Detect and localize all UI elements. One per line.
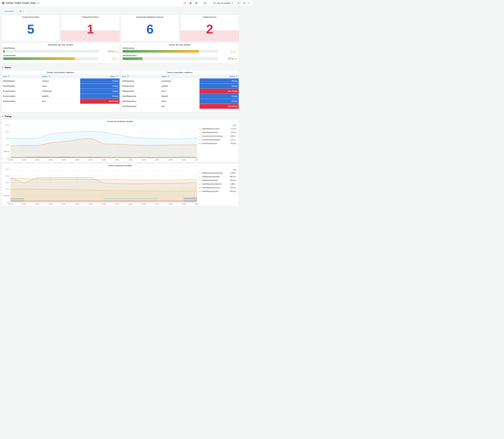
cell-kind: HelmRepository [121,99,160,104]
filter-icon[interactable] [236,75,237,77]
time-series-plot[interactable]: 15:5315:5415:5515:5615:5715:5815:5916:00… [2,168,198,206]
gauge-value: 879 ms [220,57,237,60]
column-header-name[interactable]: Name [160,74,199,78]
time-series-plot[interactable]: 15:5315:5415:5515:5615:5715:5815:5916:00… [2,124,198,161]
svg-text:15:56: 15:56 [48,159,53,161]
row-toggle-timing[interactable]: Timing [2,115,239,118]
legend-series-toggle[interactable]: HelmRelease/minio [199,131,218,134]
svg-text:2.5 s: 2.5 s [6,124,9,126]
cycle-view-button[interactable] [203,1,208,5]
filter-icon[interactable] [168,75,169,77]
add-panel-button[interactable] [182,1,187,5]
legend-row: HelmRelease/minio16 ms [199,131,236,134]
series-color-dash [199,136,201,136]
status-badge: Ready [80,94,120,99]
column-header-kind[interactable]: Kind [121,74,160,78]
legend-series-toggle[interactable]: HelmRepository/minio [199,186,220,190]
panel-kubernetes-manifests-sources: Kubernetes Manifests Sources 6 [121,15,179,41]
legend-series-toggle[interactable]: GitRepository/test2 [199,179,218,182]
filter-icon[interactable] [127,75,129,77]
svg-text:16:03: 16:03 [142,203,146,205]
row-toggle-status[interactable]: Status [2,66,239,69]
panel-title[interactable]: Failing Reconcilers [61,15,120,19]
legend-row: GitRepository/test2338 ms [199,179,236,182]
svg-text:15:59: 15:59 [88,203,93,205]
dashboard-settings-button[interactable]: ⚙ [194,1,199,5]
gauge-track [3,50,99,53]
svg-text:15:57: 15:57 [62,159,66,161]
legend-series-toggle[interactable]: Kustomization/podinfo [199,138,220,142]
dashboard-grid-icon[interactable] [2,2,4,4]
share-icon[interactable] [37,2,39,4]
cell-name: minio [41,84,80,89]
stat-value: 1 [87,23,94,36]
chart-legend: avgHelmRelease/contour71 msHelmRelease/m… [198,124,238,161]
column-header-status[interactable]: Status [80,74,120,78]
status-badge: Ready [80,84,120,89]
legend-avg-header[interactable]: avg [199,168,236,171]
legend-series-toggle[interactable]: GitRepository/monitoring [199,171,222,175]
panel-title[interactable]: Source acquisition duration [2,163,239,168]
cell-name: contour [41,78,80,84]
legend-series-toggle[interactable]: GitRepository/podinfo [199,175,220,179]
column-header-name[interactable]: Name [41,74,80,78]
filter-icon[interactable] [117,75,118,77]
legend-row: Kustomization/test84 ms [199,142,236,145]
save-dashboard-button[interactable] [188,1,193,5]
legend-series-toggle[interactable]: HelmRepository/bitnami [199,182,221,186]
panel-title[interactable]: Failing Sources [181,15,239,19]
cell-status: Ready [199,94,239,99]
legend-avg-value: 289 ms [230,190,236,193]
panel-title[interactable]: Source acquisition readiness [121,70,239,74]
legend-row: HelmRepository/test289 ms [199,190,236,193]
panel-source-acquisition-duration: Source acquisition duration 15:5315:5415… [1,163,239,206]
svg-text:16:02: 16:02 [128,203,133,205]
legend-series-toggle[interactable]: HelmRepository/test [199,190,219,193]
variable-namespace-select[interactable]: All [18,9,26,13]
legend-avg-header[interactable]: avg [199,124,236,127]
table-row: HelmRepositorybitnamiReady [121,94,239,99]
legend-avg-value: 71 ms [231,127,236,131]
panel-title[interactable]: Reconciler ops avg. duration [2,43,120,47]
legend-avg-value: 1.695 s [230,182,236,186]
filter-icon[interactable] [8,75,10,77]
panel-title[interactable]: Source ops avg. duration [121,43,239,47]
refresh-button[interactable] [242,1,247,5]
stat-value: 5 [27,23,35,36]
gauge-track [123,50,218,53]
time-range-picker[interactable]: Last 15 minutes [212,1,235,5]
cell-kind: HelmRepository [121,104,160,109]
svg-text:16:06: 16:06 [182,159,186,161]
table-row: KustomizationpodinfoReady [2,94,120,99]
filter-icon[interactable] [48,75,50,77]
cell-name: test [41,99,80,104]
panel-title[interactable]: Kubernetes Manifests Sources [121,15,179,19]
legend-avg-value: 1.071 s [230,138,236,142]
legend-avg-value: 108 ms [230,186,236,190]
cell-kind: GitRepository [121,78,160,84]
legend-series-toggle[interactable]: Kustomization/test [199,142,217,145]
panel-reconciler-ops-duration: Reconciler ops avg. duration HelmRelease… [1,43,120,63]
column-header-status[interactable]: Status [199,74,239,78]
legend-series-toggle[interactable]: HelmRelease/contour [199,127,220,131]
cell-status: Not Ready [199,104,239,109]
legend-series-toggle[interactable]: Kustomization/monitoring [199,134,223,138]
table-row: HelmReleasecontourReady [2,78,120,84]
cell-status: Not Ready [199,89,239,94]
cell-kind: HelmRelease [2,78,41,84]
chevron-down-icon [23,11,25,12]
column-header-kind[interactable]: Kind [2,74,41,78]
svg-text:16:02: 16:02 [128,159,133,161]
zoom-out-button[interactable] [236,1,241,5]
series-color-dash [199,140,201,140]
clock-icon [213,2,216,4]
legend-avg-value: 16 ms [231,131,236,134]
panel-title[interactable]: Cluster reconciliation duration [2,119,239,123]
svg-text:15:59: 15:59 [88,159,93,161]
refresh-interval-dropdown[interactable] [247,1,250,5]
panel-title[interactable]: Cluster reconciliation readiness [2,70,120,74]
svg-text:16:04: 16:04 [155,159,159,161]
panel-source-ops-duration: Source ops avg. duration GitRepository 1… [121,43,239,63]
svg-text:500 ms: 500 ms [4,195,10,196]
panel-title[interactable]: Cluster Reconcilers [2,15,60,19]
